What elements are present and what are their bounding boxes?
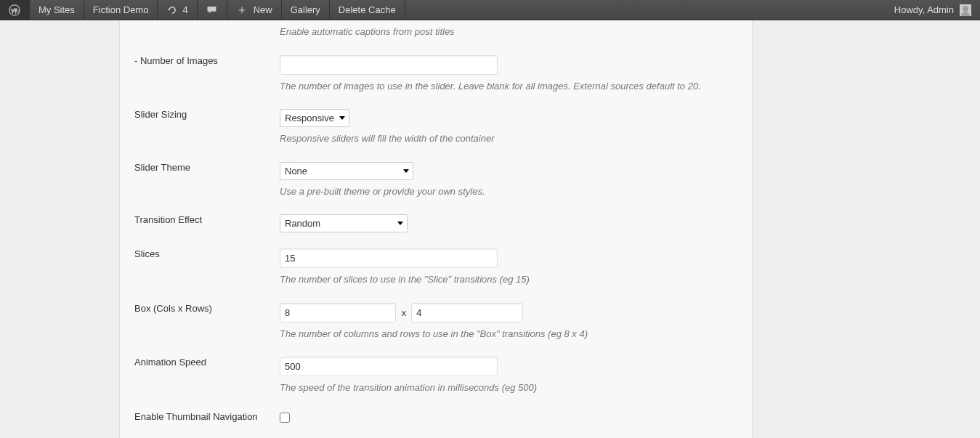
plus-icon: [236, 4, 248, 16]
box-cols-input[interactable]: [280, 303, 396, 323]
number-images-desc: The number of images to use in the slide…: [280, 79, 716, 94]
slider-theme-select[interactable]: None: [280, 162, 413, 180]
comment-icon: [206, 4, 218, 16]
toolbar-spacer: [405, 0, 886, 20]
new-content-link[interactable]: New: [227, 0, 282, 20]
settings-panel: - Enable Captions Enable automatic capti…: [119, 20, 753, 438]
box-desc: The number of columns and rows to use in…: [280, 327, 716, 341]
slider-sizing-value: Responsive: [285, 113, 334, 123]
wordpress-icon: [9, 4, 20, 16]
chevron-down-icon: [394, 215, 407, 232]
slices-desc: The number of slices to use in the "Slic…: [280, 272, 716, 287]
comments-link[interactable]: [198, 0, 227, 20]
howdy-label: Howdy, Admin: [894, 4, 954, 15]
new-label: New: [254, 4, 272, 15]
thumb-nav-checkbox[interactable]: [280, 413, 290, 423]
row-enable-captions: - Enable Captions Enable automatic capti…: [120, 20, 752, 47]
slider-theme-label: Slider Theme: [134, 162, 190, 173]
chevron-down-icon: [336, 110, 349, 126]
row-slider-sizing: Slider Sizing Responsive Responsive slid…: [120, 101, 752, 154]
row-thumb-size: Thumbnail Size x The width and height of…: [120, 433, 752, 439]
gallery-label: Gallery: [291, 4, 320, 15]
row-anim-speed: Animation Speed The speed of the transit…: [120, 349, 752, 403]
slices-label: Slices: [134, 248, 160, 259]
slider-sizing-select[interactable]: Responsive: [280, 109, 349, 127]
row-transition-effect: Transition Effect Random: [120, 206, 752, 240]
updates-count: 4: [182, 4, 187, 15]
thumb-nav-label: Enable Thumbnail Navigation: [134, 411, 258, 422]
row-number-images: - Number of Images The number of images …: [120, 47, 752, 102]
refresh-icon: [166, 4, 178, 16]
my-sites-link[interactable]: My Sites: [30, 0, 84, 20]
box-label: Box (Cols x Rows): [134, 303, 212, 314]
box-rows-input[interactable]: [411, 303, 523, 323]
delete-cache-label: Delete Cache: [339, 4, 396, 15]
site-name-link[interactable]: Fiction Demo: [84, 0, 158, 20]
my-account-link[interactable]: Howdy, Admin: [886, 0, 980, 20]
slices-input[interactable]: [280, 248, 498, 268]
avatar-icon: [960, 4, 971, 16]
admin-toolbar: My Sites Fiction Demo 4 New Gallery Dele…: [0, 0, 980, 20]
transition-effect-select[interactable]: Random: [280, 214, 408, 232]
slider-sizing-desc: Responsive sliders will fill the width o…: [280, 131, 716, 146]
transition-effect-label: Transition Effect: [134, 214, 202, 225]
anim-speed-input[interactable]: [280, 357, 498, 376]
slider-theme-value: None: [285, 166, 307, 177]
delete-cache-link[interactable]: Delete Cache: [330, 0, 405, 20]
enable-captions-desc: Enable automatic captions from post titl…: [280, 25, 716, 39]
site-name-label: Fiction Demo: [93, 4, 149, 15]
transition-effect-value: Random: [285, 218, 320, 229]
updates-link[interactable]: 4: [158, 0, 197, 20]
wp-logo[interactable]: [0, 0, 30, 20]
slider-theme-desc: Use a pre-built theme or provide your ow…: [280, 184, 716, 199]
admin-page: - Enable Captions Enable automatic capti…: [0, 20, 980, 438]
my-sites-label: My Sites: [39, 4, 75, 15]
anim-speed-desc: The speed of the transition animation in…: [280, 381, 716, 395]
row-box: Box (Cols x Rows) x The number of column…: [120, 295, 752, 349]
number-images-input[interactable]: [280, 55, 498, 75]
row-slices: Slices The number of slices to use in th…: [120, 240, 752, 295]
chevron-down-icon: [400, 163, 413, 179]
row-slider-theme: Slider Theme None Use a pre-built theme …: [120, 154, 752, 207]
slider-sizing-label: Slider Sizing: [134, 109, 187, 120]
anim-speed-label: Animation Speed: [134, 357, 206, 368]
row-thumb-nav: Enable Thumbnail Navigation: [120, 403, 752, 433]
box-sep: x: [399, 307, 409, 318]
number-images-label: - Number of Images: [134, 55, 218, 66]
settings-form-table: - Enable Captions Enable automatic capti…: [120, 20, 752, 438]
gallery-link[interactable]: Gallery: [282, 0, 330, 20]
